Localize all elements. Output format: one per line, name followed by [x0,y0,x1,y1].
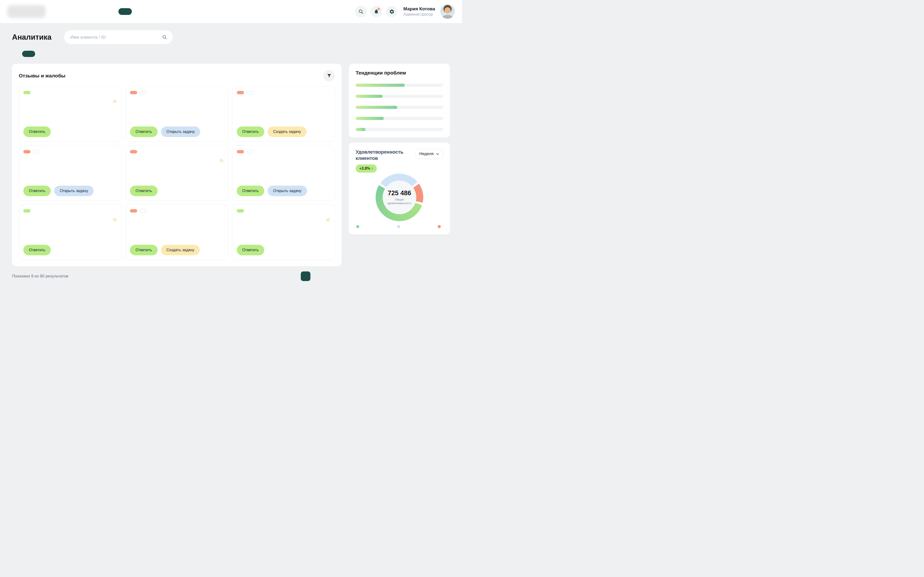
trend-item [355,125,443,131]
results-count: Показано 9 из 90 результатов [12,274,68,279]
type-badge [130,209,137,213]
feedback-card: Ответить [19,86,121,142]
search-icon [358,9,363,14]
period-value: Неделя [419,152,434,156]
reply-button[interactable]: Ответить [237,185,264,196]
satisfaction-panel: Удовлетворенность клиентов Неделя +3.8% … [349,143,450,234]
rating [111,99,117,104]
search-input[interactable] [70,34,162,40]
status-badge [33,150,40,153]
search-icon[interactable] [162,35,167,40]
card-actions: ОтветитьСоздать задачу [237,122,330,137]
reply-button[interactable]: Ответить [130,245,157,255]
trend-item [355,103,443,109]
card-actions: ОтветитьОткрыть задачу [23,182,117,196]
feedback-panel-title: Отзывы и жалобы [19,73,65,79]
header-actions: Мария Котова Администратор [355,4,455,19]
reply-button[interactable]: Ответить [130,185,157,196]
reply-button[interactable]: Ответить [237,245,264,255]
trend-bar-track [355,95,443,98]
open-task-button[interactable]: Открыть задачу [161,126,200,137]
reply-button[interactable]: Ответить [130,126,157,137]
legend-dot [356,225,359,228]
client-search [64,30,173,44]
trend-item [355,92,443,98]
gear-icon [389,9,395,15]
notification-dot [377,8,380,10]
rating [111,218,117,222]
card-actions: Ответить [23,122,117,137]
type-badge [23,209,31,213]
open-task-button[interactable]: Открыть задачу [268,185,307,196]
status-badge [246,91,254,94]
reply-button[interactable]: Ответить [23,245,51,255]
donut-legend [355,225,443,228]
notifications-button[interactable] [371,6,382,17]
satisfaction-title: Удовлетворенность клиентов [355,149,411,161]
type-badge [130,150,137,153]
status-badge [140,91,147,94]
card-actions: ОтветитьОткрыть задачу [237,182,330,196]
results-footer: Показано 9 из 90 результатов [12,271,342,285]
card-actions: Ответить [130,182,223,196]
settings-button[interactable] [386,6,397,17]
trend-bar-track [355,117,443,120]
status-badge [246,150,254,153]
donut-total-value: 725 486 [388,189,411,197]
trend-bar-fill [355,117,384,120]
trend-item [355,114,443,120]
rating [218,158,224,163]
trend-bar-fill [355,128,365,131]
card-actions: Ответить [23,241,117,255]
reply-button[interactable]: Ответить [237,126,264,137]
legend-item [356,225,361,228]
analytics-tabs [12,51,450,57]
filter-icon [327,73,331,78]
user-name: Мария Котова [403,6,435,12]
feedback-card: Ответить [125,145,228,201]
app-header: Мария Котова Администратор [0,0,462,23]
create-task-button[interactable]: Создать задачу [268,126,307,137]
trends-panel: Тенденции проблем [349,64,450,137]
status-badge [140,209,147,213]
open-task-button[interactable]: Открыть задачу [54,185,94,196]
reply-button[interactable]: Ответить [23,185,51,196]
create-task-button[interactable]: Создать задачу [161,245,200,255]
type-badge [23,91,31,94]
chevron-down-icon [436,152,439,156]
card-actions: ОтветитьСоздать задачу [130,241,223,255]
nav-item[interactable] [118,8,132,15]
card-actions: Ответить [237,241,330,255]
user-role: Администратор [403,12,435,17]
donut-total-label: Общая удовлетворенность [385,198,414,205]
star-icon [112,218,117,222]
trends-title: Тенденции проблем [355,70,443,76]
sidebar: Тенденции проблем [349,64,450,234]
trend-list [355,81,443,131]
star-icon [219,158,224,163]
trend-item [355,81,443,87]
search-button[interactable] [355,6,367,17]
reply-button[interactable]: Ответить [23,126,51,137]
type-badge [23,150,31,153]
feedback-card: ОтветитьСоздать задачу [232,86,335,142]
trend-bar-track [355,84,443,87]
legend-dot [397,225,400,228]
user-info: Мария Котова Администратор [403,6,435,17]
tab[interactable] [22,51,35,57]
trend-bar-fill [355,95,383,98]
rating [325,218,330,222]
page-content: Аналитика Отзывы и жалобы [0,23,462,285]
type-badge [237,91,244,94]
page-button[interactable] [301,271,310,281]
delta-badge: +3.8% ↑ [355,164,377,172]
type-badge [237,209,244,213]
period-dropdown[interactable]: Неделя [415,149,443,159]
main-nav [74,8,143,15]
company-logo [7,5,46,18]
filter-button[interactable] [323,70,335,82]
legend-item [397,225,402,228]
avatar[interactable] [440,4,455,19]
feedback-card: ОтветитьОткрыть задачу [232,145,335,201]
feedback-card: ОтветитьОткрыть задачу [125,86,228,142]
